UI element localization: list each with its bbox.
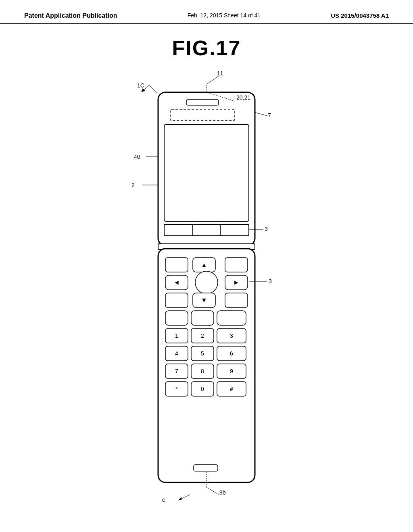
- svg-text:6: 6: [230, 350, 233, 357]
- svg-text:▲: ▲: [201, 262, 207, 268]
- svg-rect-3: [164, 125, 249, 221]
- svg-rect-22: [165, 311, 188, 325]
- svg-text:1C: 1C: [137, 82, 144, 89]
- svg-rect-49: [194, 465, 218, 471]
- svg-rect-1: [186, 100, 219, 105]
- svg-text:*: *: [175, 386, 178, 392]
- svg-text:11: 11: [217, 70, 223, 77]
- svg-rect-24: [217, 311, 246, 325]
- svg-text:1: 1: [175, 332, 178, 339]
- svg-text:5: 5: [201, 350, 204, 357]
- svg-rect-2: [170, 109, 235, 121]
- svg-text:20,21: 20,21: [236, 94, 250, 101]
- svg-rect-4: [164, 224, 249, 236]
- svg-text:▼: ▼: [201, 297, 207, 303]
- svg-text:8: 8: [201, 368, 204, 374]
- svg-text:40: 40: [134, 154, 140, 160]
- svg-rect-18: [165, 293, 188, 308]
- page-header: Patent Application Publication Feb. 12, …: [0, 0, 413, 24]
- svg-text:#: #: [230, 386, 233, 392]
- diagram-container: ▲ ◄ ► ▼ 1 2 3 4 5 6 7: [0, 68, 413, 524]
- svg-text:2: 2: [131, 182, 135, 188]
- svg-text:0: 0: [201, 386, 204, 392]
- phone-diagram: ▲ ◄ ► ▼ 1 2 3 4 5 6 7: [122, 68, 291, 511]
- svg-rect-23: [191, 311, 214, 325]
- svg-text:2: 2: [201, 332, 204, 339]
- svg-text:3: 3: [265, 226, 268, 232]
- figure-title: FIG.17: [0, 36, 413, 60]
- header-right: US 2015/0043758 A1: [331, 12, 389, 19]
- header-left: Patent Application Publication: [24, 12, 117, 19]
- svg-line-62: [206, 487, 219, 495]
- svg-text:3: 3: [230, 332, 233, 339]
- svg-text:►: ►: [233, 279, 240, 286]
- svg-line-56: [255, 112, 267, 116]
- svg-text:◄: ◄: [173, 279, 180, 286]
- svg-text:c: c: [162, 497, 165, 503]
- svg-text:9: 9: [230, 368, 233, 374]
- svg-rect-12: [225, 258, 248, 272]
- svg-text:4: 4: [175, 350, 178, 357]
- svg-line-50: [149, 85, 157, 93]
- svg-text:3: 3: [269, 278, 272, 285]
- svg-text:7: 7: [175, 368, 178, 374]
- svg-rect-9: [165, 258, 188, 272]
- svg-text:7: 7: [268, 112, 271, 118]
- svg-point-15: [195, 271, 218, 294]
- svg-marker-64: [178, 497, 181, 500]
- svg-line-54: [206, 76, 219, 84]
- svg-rect-21: [225, 293, 248, 308]
- svg-text:8b: 8b: [219, 489, 226, 496]
- svg-marker-52: [141, 88, 145, 92]
- header-center: Feb. 12, 2015 Sheet 14 of 41: [188, 12, 261, 19]
